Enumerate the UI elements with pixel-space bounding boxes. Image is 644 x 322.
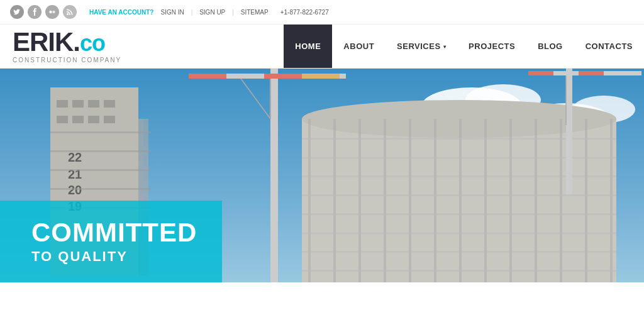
nav-contacts[interactable]: CONTACTS [574, 25, 644, 68]
nav-blog[interactable]: BLOG [526, 25, 574, 68]
hero-title: COMMITTED [31, 218, 197, 247]
svg-rect-42 [358, 119, 361, 282]
hero-overlay: COMMITTED TO QUALITY [0, 201, 222, 282]
logo: ERIK.co [13, 29, 271, 55]
svg-rect-51 [585, 119, 587, 282]
main-nav: HOME ABOUT SERVICES ▾ PROJECTS BLOG CONT… [284, 25, 644, 68]
svg-rect-46 [459, 119, 462, 282]
svg-rect-17 [88, 116, 99, 123]
svg-rect-16 [72, 116, 84, 123]
svg-rect-44 [409, 119, 411, 282]
svg-rect-13 [88, 100, 99, 108]
svg-rect-60 [302, 270, 616, 272]
svg-rect-64 [553, 71, 579, 75]
top-bar: HAVE AN ACCOUNT? SIGN IN | SIGN UP | SIT… [0, 0, 644, 25]
logo-area: ERIK.co CONSTRUCTION COMPANY [0, 25, 284, 68]
signin-link[interactable]: SIGN IN [160, 9, 184, 16]
svg-rect-58 [302, 232, 616, 234]
services-chevron-icon: ▾ [443, 44, 447, 50]
svg-rect-27 [50, 169, 151, 171]
header: ERIK.co CONSTRUCTION COMPANY HOME ABOUT … [0, 25, 644, 69]
svg-rect-56 [302, 194, 616, 196]
have-account-link[interactable]: HAVE AN ACCOUNT? [89, 9, 153, 16]
svg-rect-40 [308, 119, 311, 282]
svg-rect-41 [333, 119, 336, 282]
logo-main: ERIK. [13, 27, 80, 57]
svg-rect-34 [189, 74, 226, 79]
svg-rect-35 [226, 74, 264, 79]
svg-rect-48 [509, 119, 512, 282]
rss-icon[interactable] [63, 5, 77, 19]
svg-rect-49 [535, 119, 537, 282]
svg-rect-47 [484, 119, 487, 282]
svg-rect-45 [434, 119, 436, 282]
svg-rect-43 [384, 119, 386, 282]
nav-services[interactable]: SERVICES ▾ [386, 25, 457, 68]
flickr-icon[interactable] [45, 5, 59, 19]
svg-rect-52 [610, 119, 613, 282]
nav-about[interactable]: ABOUT [332, 25, 386, 68]
logo-subtitle: CONSTRUCTION COMPANY [13, 57, 271, 64]
svg-point-1 [52, 11, 55, 13]
sitemap-link[interactable]: SITEMAP [241, 9, 269, 16]
nav-projects[interactable]: PROJECTS [457, 25, 526, 68]
top-links: HAVE AN ACCOUNT? SIGN IN | SIGN UP | SIT… [89, 8, 331, 16]
social-icons [10, 5, 77, 19]
hero-subtitle: TO QUALITY [31, 248, 197, 265]
svg-rect-59 [302, 251, 616, 253]
hero-section: 22 21 20 19 [0, 69, 644, 282]
svg-rect-14 [104, 100, 115, 108]
svg-rect-28 [50, 188, 151, 190]
svg-rect-11 [57, 100, 68, 108]
svg-rect-61 [566, 69, 572, 194]
svg-rect-26 [50, 150, 151, 152]
svg-rect-37 [302, 74, 340, 79]
twitter-icon[interactable] [10, 5, 24, 19]
facebook-icon[interactable] [28, 5, 42, 19]
svg-rect-65 [579, 71, 604, 75]
logo-co: co [80, 30, 105, 56]
signup-link[interactable]: SIGN UP [199, 9, 225, 16]
nav-home[interactable]: HOME [284, 25, 332, 68]
svg-point-2 [67, 13, 69, 15]
svg-rect-25 [50, 131, 151, 133]
svg-point-0 [49, 11, 52, 13]
svg-rect-50 [560, 119, 562, 282]
svg-rect-30 [270, 69, 278, 282]
phone-text: +1-877-822-6727 [280, 9, 329, 16]
svg-rect-15 [57, 116, 68, 123]
svg-rect-36 [264, 74, 302, 79]
svg-rect-18 [104, 116, 115, 123]
svg-rect-12 [72, 100, 84, 108]
svg-rect-57 [302, 213, 616, 215]
svg-rect-63 [528, 71, 553, 75]
svg-text:22: 22 [68, 150, 82, 164]
